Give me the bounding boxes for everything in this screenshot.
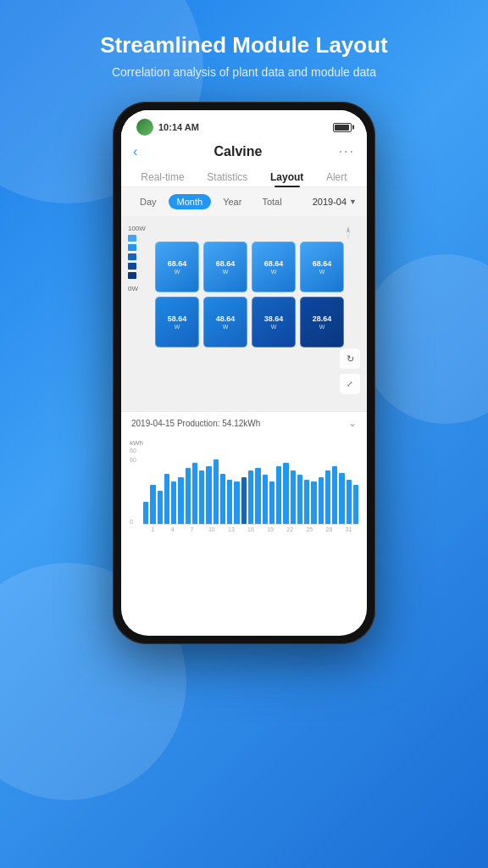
bar-13[interactable] (227, 480, 232, 525)
date-arrow: ▼ (349, 198, 357, 206)
chart-ylabel: kWh (130, 439, 143, 447)
bar-21[interactable] (283, 463, 288, 525)
xtick-31: 31 (339, 526, 358, 532)
module-0-1[interactable]: 68.64 W (203, 242, 247, 292)
bar-1[interactable] (143, 502, 148, 525)
bar-14[interactable] (234, 481, 239, 525)
module-1-3[interactable]: 28.64 W (300, 297, 344, 348)
phone-mockup: 10:14 AM ‹ Calvine ··· Real-time Statist… (113, 102, 375, 644)
bar-7[interactable] (186, 468, 191, 525)
chart-ymax: 60 (130, 448, 136, 453)
info-date: 2019-04-15 (131, 419, 175, 428)
period-month[interactable]: Month (169, 194, 212, 209)
ytick-60: 60 (130, 457, 136, 463)
xtick-1: 1 (143, 526, 163, 532)
bar-31[interactable] (353, 485, 358, 525)
period-year[interactable]: Year (214, 194, 250, 209)
info-date-production: 2019-04-15 Production: 54.12kWh (131, 419, 260, 428)
bar-3[interactable] (158, 491, 163, 525)
page-subtitle: Correlation analysis of plant data and m… (17, 65, 471, 79)
legend-bar-1 (128, 235, 136, 242)
app-title: Calvine (214, 144, 263, 159)
bar-23[interactable] (297, 475, 302, 525)
fullscreen-icon: ⤢ (347, 380, 353, 388)
bar-19[interactable] (269, 481, 274, 525)
module-0-2[interactable]: 68.64 W (252, 242, 296, 292)
bar-chart: kWh 60 60 0 1 4 7 10 (121, 434, 367, 544)
xtick-4: 4 (163, 526, 182, 532)
bar-6[interactable] (178, 477, 183, 525)
bar-28[interactable] (332, 466, 337, 525)
compass-icon (340, 225, 357, 242)
phone-outer: 10:14 AM ‹ Calvine ··· Real-time Statist… (113, 102, 375, 644)
bar-11[interactable] (214, 459, 219, 525)
back-button[interactable]: ‹ (133, 144, 137, 159)
page-title: Streamlined Module Layout (17, 32, 471, 58)
bar-30[interactable] (347, 480, 352, 525)
bar-24[interactable] (304, 480, 309, 525)
bar-15[interactable] (241, 477, 247, 525)
bar-8[interactable] (192, 463, 197, 525)
phone-screen: 10:14 AM ‹ Calvine ··· Real-time Statist… (121, 110, 367, 636)
bar-25[interactable] (311, 481, 316, 525)
xtick-16: 16 (241, 526, 260, 532)
module-1-2[interactable]: 38.64 W (252, 297, 296, 348)
xtick-25: 25 (300, 526, 319, 532)
xtick-19: 19 (261, 526, 280, 532)
zero-line (143, 524, 358, 525)
period-buttons: Day Month Year Total (131, 194, 291, 209)
legend-bar-2 (128, 244, 136, 251)
period-bar: Day Month Year Total 2019-04 ▼ (121, 187, 367, 216)
bar-26[interactable] (319, 477, 324, 525)
bar-2[interactable] (150, 485, 155, 525)
bg-decoration-3 (361, 254, 488, 424)
status-bar: 10:14 AM (121, 110, 367, 139)
layout-area: 100W 0W (121, 216, 367, 411)
tab-layout[interactable]: Layout (263, 168, 310, 186)
bar-9[interactable] (199, 470, 204, 525)
xtick-28: 28 (319, 526, 339, 532)
xtick-22: 22 (280, 526, 300, 532)
bar-16[interactable] (248, 470, 253, 525)
module-1-1[interactable]: 48.64 W (203, 297, 247, 348)
module-0-0[interactable]: 68.64 W (155, 242, 199, 292)
legend-bar-3 (128, 253, 136, 260)
bar-17[interactable] (255, 468, 260, 525)
layout-icons: ↻ ⤢ (340, 348, 360, 394)
bar-22[interactable] (291, 470, 296, 525)
chevron-down-icon[interactable]: ⌄ (348, 417, 357, 429)
svg-marker-1 (347, 233, 350, 240)
bar-4[interactable] (164, 474, 169, 525)
bar-10[interactable] (206, 466, 211, 525)
tab-alert[interactable]: Alert (319, 168, 354, 186)
y-label-top: 100W (128, 225, 146, 232)
period-total[interactable]: Total (253, 194, 290, 209)
chart-bars-area: 60 0 (130, 457, 358, 525)
date-selector[interactable]: 2019-04 ▼ (313, 197, 357, 207)
info-production-value: 54.12kWh (222, 419, 260, 428)
refresh-button[interactable]: ↻ (340, 348, 360, 369)
info-production-label: Production: (177, 419, 220, 428)
more-button[interactable]: ··· (339, 144, 355, 159)
fullscreen-button[interactable]: ⤢ (340, 374, 360, 394)
period-day[interactable]: Day (131, 194, 165, 209)
nav-tabs: Real-time Statistics Layout Alert (121, 164, 367, 187)
svg-marker-0 (347, 226, 350, 233)
bar-20[interactable] (276, 466, 281, 525)
xtick-7: 7 (182, 526, 202, 532)
status-avatar (136, 119, 153, 136)
ytick-0: 0 (130, 519, 136, 525)
bar-12[interactable] (220, 474, 225, 525)
bar-29[interactable] (339, 473, 344, 525)
battery-fill (335, 125, 349, 131)
module-1-0[interactable]: 58.64 W (155, 297, 199, 348)
bar-27[interactable] (325, 470, 330, 525)
bar-18[interactable] (263, 475, 268, 525)
tab-statistics[interactable]: Statistics (200, 168, 254, 186)
refresh-icon: ↻ (347, 353, 354, 364)
status-time: 10:14 AM (158, 122, 199, 132)
xtick-13: 13 (221, 526, 241, 532)
module-0-3[interactable]: 68.64 W (300, 242, 344, 292)
tab-realtime[interactable]: Real-time (134, 168, 191, 186)
bar-5[interactable] (171, 481, 176, 525)
